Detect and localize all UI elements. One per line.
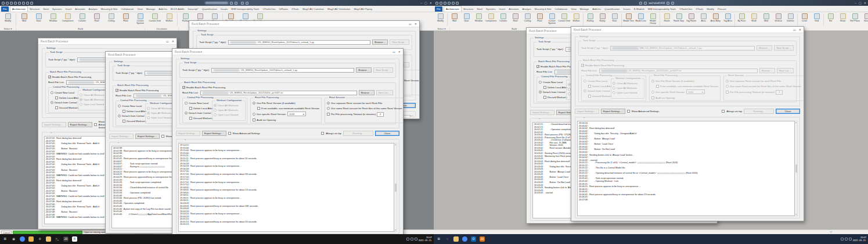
ribbon-button-column[interactable]: Column: [497, 12, 509, 27]
ribbon-button-floor[interactable]: Floor: [534, 12, 546, 27]
tag-icon[interactable]: [30, 2, 33, 5]
ribbon-button-door[interactable]: Door: [31, 12, 46, 27]
ribbon-button-dormer[interactable]: Dormer: [784, 12, 797, 27]
ribbon-button-room[interactable]: Room: [661, 12, 673, 27]
enable-batch-checkbox[interactable]: [182, 86, 185, 89]
ribbon-tab-systems[interactable]: Systems: [51, 6, 63, 12]
ribbon-tab-bi-dx-addin[interactable]: Bi-DX AddIn: [169, 6, 186, 12]
ribbon-tab-quantification[interactable]: Quantification: [603, 6, 621, 12]
app-20-icon[interactable]: 20: [478, 235, 486, 243]
dialog-minimize-icon[interactable]: ▭: [392, 50, 395, 53]
print-icon[interactable]: [22, 2, 25, 5]
ribbon-tab-bim-interoperability-tools[interactable]: BIM Interoperability Tools: [646, 6, 678, 12]
taskbar-clock[interactable]: 20:072022. 09. 21.: [853, 236, 866, 242]
close-button[interactable]: Close: [776, 109, 800, 114]
sync-icon[interactable]: [241, 2, 244, 5]
open-icon[interactable]: [6, 2, 9, 5]
browse-script-button[interactable]: Browse ...: [372, 40, 388, 45]
task-view-icon[interactable]: ▣: [10, 235, 17, 243]
ribbon-button-show[interactable]: Show: [837, 12, 849, 27]
min-available-checkbox[interactable]: [656, 85, 659, 88]
ribbon-tab-add-ins[interactable]: Add-Ins: [590, 6, 603, 12]
browse-script-button[interactable]: Browse ...: [356, 67, 372, 73]
scroll-up-icon[interactable]: ▲: [411, 116, 413, 117]
save-icon[interactable]: [444, 2, 446, 5]
open-all-worksets-radio[interactable]: [147, 112, 150, 114]
import-settings-button[interactable]: Import Settings ...: [530, 110, 554, 115]
discard-worksets-checkbox[interactable]: [543, 96, 546, 99]
ribbon-button-by-face[interactable]: By Face: [736, 12, 748, 27]
timeout-checkbox[interactable]: [726, 91, 729, 94]
restore-window-icon[interactable]: ▢: [424, 2, 427, 5]
ribbon-tab-dwscript-[interactable]: Dwscript*: [186, 6, 200, 12]
file-list-path-field[interactable]: \25_BIM\50_RevitUpdate_2022\2020r_pct\00…: [200, 91, 357, 95]
ribbon-tab-insert[interactable]: Insert: [498, 6, 507, 12]
ribbon-button-curtain-grid[interactable]: Curtain Grid: [147, 12, 162, 27]
ribbon-button-tag-area[interactable]: Tag Area: [722, 12, 734, 27]
separate-session-radio[interactable]: [726, 80, 729, 82]
ribbon-tab-issues[interactable]: Issues: [621, 6, 632, 12]
progress-log[interactable]: 20:04:24 :20:04:42 :20:04:42 : Revit dia…: [577, 121, 795, 216]
file-explorer-icon[interactable]: [45, 235, 52, 243]
dialog-titlebar[interactable]: Revit Batch Processor ▭ ✕: [172, 49, 403, 55]
enable-batch-checkbox[interactable]: [581, 64, 584, 67]
delete-local-after-checkbox[interactable]: [588, 85, 591, 88]
new-list-button[interactable]: New List ...: [376, 90, 393, 95]
help-icon[interactable]: [671, 2, 674, 5]
tray-network-icon[interactable]: [845, 238, 848, 241]
discard-worksets-checkbox[interactable]: [189, 117, 192, 120]
timeout-spinner[interactable]: 2: [776, 90, 783, 95]
new-script-button[interactable]: New Script ...: [390, 40, 409, 45]
ribbon-button-model-group[interactable]: Model Group: [647, 12, 659, 27]
ribbon-tab-analyze[interactable]: Analyze: [521, 6, 533, 12]
discard-worksets-checkbox[interactable]: [123, 120, 125, 123]
create-new-local-radio[interactable]: [539, 81, 542, 84]
dialog-titlebar[interactable]: Revit Batch Processor ▭ ✕: [38, 38, 177, 45]
ribbon-tab-magicad-piping[interactable]: MagiCAD Piping: [352, 6, 374, 12]
ribbon-button-area-bdry-[interactable]: Area Bdry.: [709, 12, 722, 27]
ribbon-tab-annotate[interactable]: Annotate: [73, 6, 87, 12]
ribbon-button-door[interactable]: Door: [460, 12, 473, 27]
taskbar-clock[interactable]: 20:072022. 09. 21.: [419, 236, 432, 242]
ribbon-button-viewer[interactable]: Viewer: [861, 12, 868, 27]
close-window-icon[interactable]: ✕: [430, 2, 432, 5]
detach-from-central-radio[interactable]: [51, 101, 53, 104]
audit-on-opening-checkbox[interactable]: [253, 119, 255, 121]
ribbon-tab-view[interactable]: View: [136, 6, 145, 12]
open-last-viewed-radio[interactable]: [613, 91, 615, 94]
import-settings-button[interactable]: Import Settings ...: [575, 109, 599, 114]
show-advanced-checkbox[interactable]: [94, 123, 97, 126]
timeout-checkbox[interactable]: [327, 113, 330, 116]
scroll-down-icon[interactable]: ▼: [795, 213, 797, 216]
use-file-version-radio[interactable]: [651, 80, 654, 82]
ribbon-button-window[interactable]: Window: [46, 12, 60, 27]
dialog-minimize-icon[interactable]: ▭: [166, 40, 169, 43]
sync-icon[interactable]: [667, 2, 669, 5]
task-script-path-field[interactable]: MAC\25_BIM\50_RevitUpdate_2022\detach_un…: [610, 46, 755, 51]
show-advanced-checkbox[interactable]: [228, 132, 231, 135]
export-settings-button[interactable]: Export Settings ...: [135, 134, 160, 139]
chrome-icon[interactable]: [461, 235, 469, 243]
create-new-local-radio[interactable]: [51, 91, 53, 94]
detach-from-central-radio[interactable]: [584, 89, 586, 92]
new-script-button[interactable]: New Script ...: [373, 67, 393, 73]
ribbon-button-roof[interactable]: Roof: [509, 12, 521, 27]
always-on-top-checkbox[interactable]: [321, 132, 324, 135]
filter-icon[interactable]: ▽: [830, 231, 867, 234]
ribbon-tab-massing-site[interactable]: Massing & Site: [533, 6, 553, 12]
ribbon-button-component[interactable]: Component: [485, 12, 497, 27]
search-icon[interactable]: ○: [444, 235, 451, 243]
help-icon[interactable]: [246, 2, 248, 5]
ribbon-button-vertical[interactable]: Vertical: [772, 12, 784, 27]
ribbon-tab-analyze[interactable]: Analyze: [87, 6, 99, 12]
export-settings-button[interactable]: Export Settings ...: [202, 131, 226, 136]
ribbon-button-curtain-grid[interactable]: Curtain Grid: [558, 12, 570, 27]
ribbon-tab-structure[interactable]: Structure: [462, 6, 475, 12]
ribbon-tab-xtools[interactable]: XTools: [290, 6, 301, 12]
file-list-path-field[interactable]: 25_BIM\50_RevitUpdate_2022\2020r_pct\00T…: [599, 69, 758, 73]
ribbon-tab-otoolscms[interactable]: OToolsCms: [261, 6, 278, 12]
ribbon-tab-manage[interactable]: Manage: [578, 6, 591, 12]
ribbon-tab-architecture[interactable]: Architecture: [444, 6, 462, 12]
ribbon-button-stair[interactable]: Stair: [608, 12, 621, 27]
create-new-local-radio[interactable]: [185, 102, 188, 105]
